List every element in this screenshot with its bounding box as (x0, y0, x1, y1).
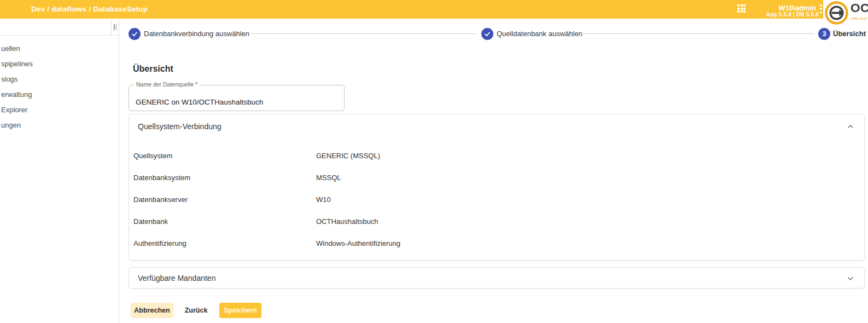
step-2-check-icon[interactable] (481, 28, 493, 40)
sidebar-item-datenquellen[interactable]: uellen (0, 41, 119, 56)
connection-panel-header[interactable]: Quellsystem-Verbindung (129, 114, 864, 139)
row-label: Authentifizierung (133, 239, 316, 247)
clients-panel: Verfügbare Mandanten (129, 267, 865, 289)
datasource-name-label: Name der Datenquelle * (134, 81, 200, 88)
logo-tagline: one cool tool (851, 16, 868, 21)
sidebar-item-verwaltung[interactable]: erwaltung (0, 87, 119, 102)
sidebar-item-pipelines[interactable]: spipelines (0, 56, 119, 72)
row-label: Datenbank (133, 217, 316, 226)
logo-wordmark: OCT (850, 1, 868, 15)
table-row: Datenbank OCTHaushaltsbuch (129, 210, 864, 232)
top-app-bar: Dev / dataflows / DatabaseSetup W10\admi… (0, 0, 868, 19)
table-row: Quellsystem GENERIC (MSSQL) (129, 145, 864, 166)
app-canvas: { "topbar": { "breadcrumb": "Dev / dataf… (0, 0, 868, 323)
sidebar-collapse-handle-icon[interactable] (111, 19, 119, 35)
oct-logo: OCT one cool tool (823, 0, 868, 31)
row-value: W10 (316, 195, 331, 204)
version-badge: App 5.5.8 | DB 5.5.8 (766, 11, 819, 18)
table-row: Datenbankserver W10 (129, 188, 864, 210)
cancel-button[interactable]: Abbrechen (131, 303, 173, 318)
sidebar-menu: uellen spipelines slogs erwaltung Explor… (0, 41, 119, 133)
sidebar-item-logs[interactable]: slogs (0, 72, 119, 87)
save-button[interactable]: Speichern (219, 303, 261, 318)
row-value: GENERIC (MSSQL) (316, 152, 380, 160)
oct-logo-icon (824, 1, 849, 25)
sidebar: uellen spipelines slogs erwaltung Explor… (0, 19, 119, 323)
connection-panel-title: Quellsystem-Verbindung (138, 114, 222, 139)
clients-panel-title: Verfügbare Mandanten (138, 268, 215, 289)
back-button[interactable]: Zurück (181, 303, 211, 318)
step-2-label: Quelldatenbank auswählen (497, 30, 582, 38)
step-connector-1 (251, 33, 477, 34)
step-3-circle[interactable]: 3 (818, 28, 830, 40)
apps-grid-icon[interactable] (737, 4, 745, 13)
clients-panel-header[interactable]: Verfügbare Mandanten (129, 268, 864, 292)
step-3-label: Übersicht (833, 30, 866, 38)
sidebar-item-explorer[interactable]: Explorer (0, 102, 119, 118)
connection-panel: Quellsystem-Verbindung Quellsystem GENER… (129, 114, 865, 261)
row-value: MSSQL (316, 174, 341, 182)
table-row: Datenbanksystem MSSQL (129, 166, 864, 188)
page-title: Übersicht (133, 64, 173, 74)
breadcrumb[interactable]: Dev / dataflows / DatabaseSetup (31, 0, 148, 19)
chevron-down-icon[interactable] (847, 275, 854, 282)
row-label: Quellsystem (133, 152, 316, 160)
row-value: OCTHaushaltsbuch (316, 217, 378, 226)
step-1-check-icon[interactable] (129, 28, 141, 40)
step-connector-2 (581, 33, 814, 34)
sidebar-header (0, 19, 119, 36)
row-label: Datenbankserver (133, 195, 316, 204)
step-1-label: Datenbankverbindung auswählen (144, 30, 249, 38)
sidebar-item-einstellungen[interactable]: ungen (0, 118, 119, 133)
chevron-up-icon[interactable] (847, 123, 854, 130)
row-value: Windows-Authentifizierung (316, 239, 400, 247)
connection-details: Quellsystem GENERIC (MSSQL) Datenbanksys… (129, 145, 864, 254)
datasource-name-input[interactable] (129, 85, 345, 111)
datasource-name-field: Name der Datenquelle * (129, 85, 345, 111)
step-3-number: 3 (823, 30, 826, 38)
table-row: Authentifizierung Windows-Authentifizier… (129, 232, 864, 254)
kebab-menu-icon[interactable] (820, 4, 822, 13)
row-label: Datenbanksystem (133, 174, 316, 182)
